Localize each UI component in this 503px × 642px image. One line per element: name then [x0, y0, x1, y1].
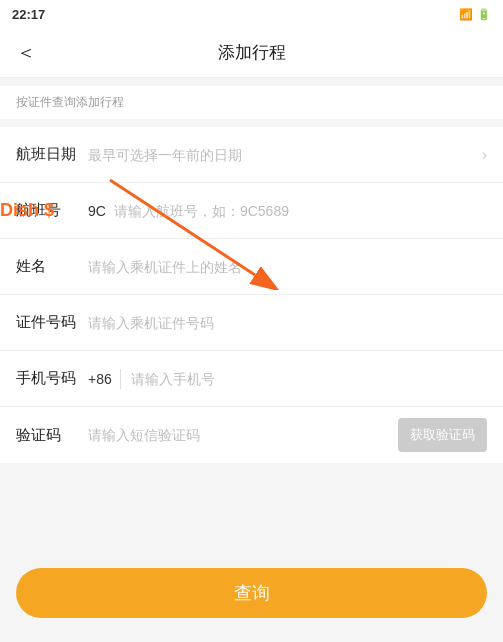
name-row: 姓名	[0, 239, 503, 295]
submit-button[interactable]: 查询	[16, 568, 487, 618]
signal-icon: 📶	[459, 8, 473, 21]
header: ＜ 添加行程	[0, 28, 503, 78]
flight-number-row: 航班号 9C	[0, 183, 503, 239]
id-number-input[interactable]	[88, 315, 487, 331]
notice-text: 按证件查询添加行程	[16, 95, 124, 109]
flight-number-label: 航班号	[16, 201, 88, 220]
flight-date-label: 航班日期	[16, 145, 88, 164]
phone-divider	[120, 369, 121, 389]
verify-code-label: 验证码	[16, 426, 88, 445]
phone-label: 手机号码	[16, 369, 88, 388]
page-title: 添加行程	[218, 41, 286, 64]
submit-section: 查询	[0, 568, 503, 618]
form-section: 航班日期 › 航班号 9C 姓名 证件号码 手机号码 +86 验证码 获取验证码	[0, 127, 503, 463]
flight-date-arrow-icon: ›	[482, 146, 487, 164]
status-icons: 📶 🔋	[459, 8, 491, 21]
id-number-label: 证件号码	[16, 313, 88, 332]
wifi-icon: 🔋	[477, 8, 491, 21]
phone-row: 手机号码 +86	[0, 351, 503, 407]
back-button[interactable]: ＜	[16, 39, 36, 66]
phone-country-code: +86	[88, 371, 112, 387]
status-bar: 22:17 📶 🔋	[0, 0, 503, 28]
phone-input[interactable]	[131, 371, 487, 387]
status-time: 22:17	[12, 7, 45, 22]
flight-prefix: 9C	[88, 203, 106, 219]
name-label: 姓名	[16, 257, 88, 276]
verify-code-input[interactable]	[88, 427, 398, 443]
flight-number-input[interactable]	[114, 203, 487, 219]
verify-code-row: 验证码 获取验证码	[0, 407, 503, 463]
flight-date-row: 航班日期 ›	[0, 127, 503, 183]
get-verify-code-button[interactable]: 获取验证码	[398, 418, 487, 452]
id-number-row: 证件号码	[0, 295, 503, 351]
flight-date-input[interactable]	[88, 147, 487, 163]
notice-bar: 按证件查询添加行程	[0, 86, 503, 119]
name-input[interactable]	[88, 259, 487, 275]
